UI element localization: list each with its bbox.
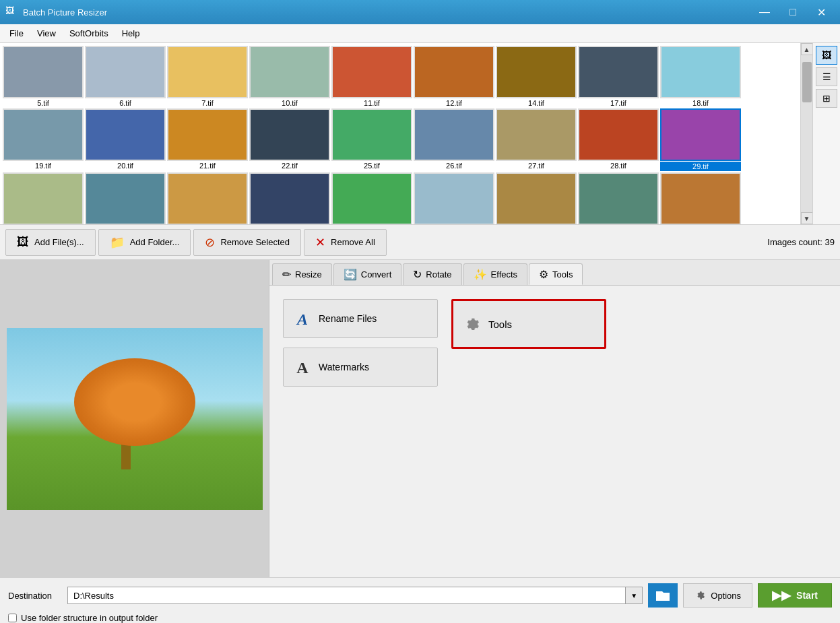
tab-content-tools: A Rename Files A Watermarks Tools (269, 286, 840, 577)
gallery-thumb[interactable]: 35.tif (249, 172, 330, 224)
maximize-button[interactable]: □ (779, 0, 806, 24)
gallery-thumb[interactable]: 28.tif (578, 108, 659, 171)
gallery-thumb[interactable]: 40.tif (578, 172, 659, 224)
start-button[interactable]: ▶▶ Start (758, 583, 832, 608)
tab-rotate[interactable]: ↻ Rotate (403, 263, 461, 285)
rename-files-icon: A (294, 310, 311, 327)
bottom-bar: Destination ▼ Options ▶▶ Start Use folde… (0, 577, 840, 623)
rename-files-button[interactable]: A Rename Files (283, 299, 438, 338)
thumb-label: 11.tif (331, 99, 412, 107)
add-folder-button[interactable]: 📁 Add Folder... (98, 229, 191, 256)
menu-file[interactable]: File (3, 26, 30, 41)
gallery-thumb[interactable]: 32.tif (85, 172, 166, 224)
tab-resize[interactable]: ✏ Resize (272, 263, 332, 285)
thumb-image (249, 108, 330, 161)
watermarks-icon: A (294, 359, 311, 375)
gallery-thumb[interactable]: 26.tif (414, 108, 494, 171)
remove-all-icon: ✕ (315, 235, 325, 250)
thumb-image (3, 108, 84, 161)
thumb-image (660, 46, 741, 98)
gallery-thumb[interactable]: 29.tif (660, 108, 741, 171)
app-icon: 🖼 (5, 5, 19, 19)
use-folder-structure-label: Use folder structure in output folder (21, 613, 158, 623)
remove-all-button[interactable]: ✕ Remove All (304, 229, 387, 256)
scroll-down-arrow[interactable]: ▼ (801, 212, 813, 224)
tab-tools[interactable]: ⚙ Tools (529, 263, 583, 285)
tools-button[interactable]: Tools (451, 299, 606, 349)
gallery-scroll[interactable]: 5.tif6.tif7.tif10.tif11.tif12.tif14.tif1… (0, 43, 800, 224)
thumb-image (578, 108, 659, 161)
thumb-label: 29.tif (660, 162, 741, 171)
gallery-thumb[interactable]: 39.tif (496, 172, 577, 224)
gallery-thumb[interactable]: 19.tif (3, 108, 84, 171)
scroll-thumb (802, 62, 812, 102)
options-button[interactable]: Options (683, 583, 752, 608)
add-files-icon: 🖼 (17, 235, 29, 249)
gallery-thumb[interactable]: 38.tif (414, 172, 494, 224)
scroll-track[interactable] (801, 55, 812, 212)
browse-icon (655, 587, 671, 603)
add-files-label: Add File(s)... (34, 237, 84, 247)
thumb-label: 28.tif (578, 162, 659, 170)
view-list-button[interactable]: ☰ (816, 67, 837, 86)
watermarks-button[interactable]: A Watermarks (283, 348, 438, 387)
gallery-thumb[interactable]: 30.tif (3, 172, 84, 224)
gallery-thumb[interactable]: 21.tif (167, 108, 248, 171)
view-grid-button[interactable]: ⊞ (816, 89, 837, 108)
thumb-image (496, 172, 577, 224)
thumb-image (3, 46, 84, 98)
gallery-thumb[interactable]: 22.tif (249, 108, 330, 171)
gallery-thumb[interactable]: 17.tif (578, 46, 659, 107)
thumb-image (414, 172, 494, 224)
scroll-up-arrow[interactable]: ▲ (801, 43, 813, 55)
gallery-thumb[interactable]: 37.tif (331, 172, 412, 224)
thumb-label: 10.tif (249, 99, 330, 107)
gallery-thumb[interactable]: 27.tif (496, 108, 577, 171)
gallery-thumb[interactable]: 6.tif (85, 46, 166, 107)
gallery-thumb[interactable]: autumn lake.tif (660, 172, 741, 224)
tab-effects[interactable]: ✨ Effects (463, 263, 528, 285)
folder-structure-row: Use folder structure in output folder (8, 613, 832, 623)
gallery-thumb[interactable]: 12.tif (414, 46, 494, 107)
thumb-label: 19.tif (3, 162, 84, 170)
gallery-thumb[interactable]: 11.tif (331, 46, 412, 107)
thumb-image (578, 46, 659, 98)
gallery-thumb[interactable]: 14.tif (496, 46, 577, 107)
gallery-row: 19.tif20.tif21.tif22.tif25.tif26.tif27.t… (3, 108, 798, 171)
view-modes: 🖼 ☰ ⊞ (812, 43, 840, 224)
gallery-thumb[interactable]: 5.tif (3, 46, 84, 107)
use-folder-structure-checkbox[interactable] (8, 614, 17, 622)
gallery-thumb[interactable]: 20.tif (85, 108, 166, 171)
thumb-label: 17.tif (578, 99, 659, 107)
effects-tab-label: Effects (491, 269, 518, 280)
menu-view[interactable]: View (30, 26, 63, 41)
thumb-image (414, 108, 494, 161)
destination-dropdown-button[interactable]: ▼ (625, 587, 643, 604)
gallery-thumb[interactable]: 25.tif (331, 108, 412, 171)
resize-tab-label: Resize (295, 269, 322, 280)
gallery-thumb[interactable]: 18.tif (660, 46, 741, 107)
menu-help[interactable]: Help (115, 26, 147, 41)
thumb-image (496, 46, 577, 98)
tab-convert[interactable]: 🔄 Convert (333, 263, 402, 285)
thumb-image (167, 108, 248, 161)
thumb-image (660, 108, 741, 161)
thumb-image (660, 172, 741, 224)
destination-browse-button[interactable] (648, 583, 678, 608)
menu-softorbits[interactable]: SoftOrbits (63, 26, 115, 41)
minimize-button[interactable]: — (751, 0, 778, 24)
gallery-thumb[interactable]: 7.tif (167, 46, 248, 107)
close-button[interactable]: ✕ (808, 0, 835, 24)
convert-tab-icon: 🔄 (344, 268, 357, 281)
thumb-label: 26.tif (414, 162, 494, 170)
tools-gear-icon (464, 316, 480, 332)
destination-input[interactable] (67, 587, 643, 604)
thumb-label: 22.tif (249, 162, 330, 170)
gallery-thumb[interactable]: 33.tif (167, 172, 248, 224)
gallery-scrollbar: ▲ ▼ (800, 43, 812, 224)
remove-selected-button[interactable]: ⊘ Remove Selected (193, 229, 301, 256)
rotate-tab-icon: ↻ (413, 268, 422, 281)
view-large-icon-button[interactable]: 🖼 (816, 46, 837, 65)
gallery-thumb[interactable]: 10.tif (249, 46, 330, 107)
add-files-button[interactable]: 🖼 Add File(s)... (5, 229, 96, 256)
